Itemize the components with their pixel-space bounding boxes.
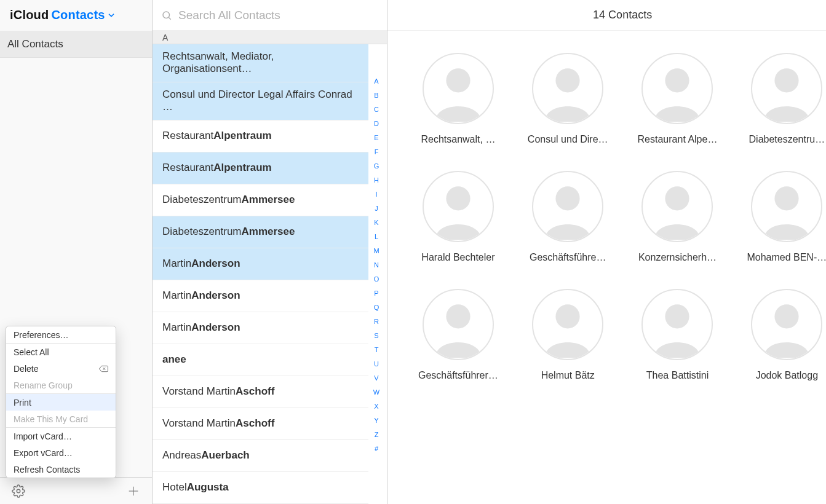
contact-card[interactable]: Restaurant Alpe… bbox=[638, 53, 718, 145]
brand-label: iCloud bbox=[10, 8, 49, 22]
contact-row-light: Hotel bbox=[162, 481, 187, 494]
alpha-index-letter[interactable]: I bbox=[375, 191, 377, 198]
contact-row[interactable]: anee bbox=[153, 344, 368, 376]
plus-icon-button[interactable] bbox=[125, 482, 142, 500]
alpha-index-letter[interactable]: # bbox=[375, 445, 378, 452]
avatar bbox=[423, 289, 494, 360]
alpha-index-letter[interactable]: J bbox=[375, 205, 378, 212]
contact-row[interactable]: Diabeteszentrum Ammersee bbox=[153, 184, 368, 216]
svg-point-10 bbox=[556, 68, 580, 92]
contact-card[interactable]: Konzernsicherh… bbox=[638, 171, 718, 263]
menu-my-card: Make This My Card bbox=[6, 411, 116, 427]
contact-row-bold: Ammersee bbox=[242, 194, 295, 206]
alpha-index-letter[interactable]: N bbox=[374, 261, 379, 269]
contact-row-bold: Augusta bbox=[187, 481, 229, 494]
contact-card[interactable]: Diabeteszentru… bbox=[747, 53, 826, 145]
contact-card[interactable]: Thea Battistini bbox=[638, 289, 718, 381]
contact-row[interactable]: Consul und Director Legal Affairs Conrad… bbox=[153, 82, 368, 120]
alpha-index-letter[interactable]: X bbox=[374, 403, 378, 410]
chevron-down-icon bbox=[107, 11, 116, 20]
menu-rename-group: Rename Group bbox=[6, 377, 116, 393]
contact-card-grid: Rechtsanwalt, …Consul und Dire…Restauran… bbox=[387, 31, 826, 403]
menu-preferences[interactable]: Preferences… bbox=[6, 326, 116, 343]
alpha-index-letter[interactable]: D bbox=[374, 120, 379, 127]
alpha-index-letter[interactable]: T bbox=[375, 346, 379, 353]
alpha-index-letter[interactable]: W bbox=[373, 388, 379, 396]
alpha-index-letter[interactable]: U bbox=[374, 360, 379, 368]
alpha-index-letter[interactable]: R bbox=[374, 318, 379, 325]
menu-select-all[interactable]: Select All bbox=[6, 344, 116, 360]
contact-row-light: Diabeteszentrum bbox=[162, 194, 242, 206]
contact-card-label: Restaurant Alpe… bbox=[638, 134, 718, 145]
svg-line-6 bbox=[169, 17, 170, 19]
detail-panel: 14 Contacts Rechtsanwalt, …Consul und Di… bbox=[387, 0, 826, 504]
alpha-index-letter[interactable]: M bbox=[373, 247, 379, 254]
svg-point-18 bbox=[556, 186, 580, 210]
search-input[interactable] bbox=[178, 9, 378, 22]
contact-card[interactable]: Consul und Dire… bbox=[528, 53, 608, 145]
svg-point-24 bbox=[446, 304, 470, 328]
contact-card[interactable]: Rechtsanwalt, … bbox=[418, 53, 498, 145]
alpha-index-letter[interactable]: A bbox=[374, 77, 378, 85]
sidebar-group-all-contacts[interactable]: All Contacts bbox=[0, 31, 152, 58]
avatar bbox=[751, 53, 822, 124]
search-bar[interactable] bbox=[153, 0, 387, 31]
alpha-index-letter[interactable]: B bbox=[374, 92, 378, 99]
contact-row[interactable]: Restaurant Alpentraum bbox=[153, 152, 368, 184]
contact-card-label: Geschäftsführe… bbox=[530, 252, 606, 263]
alpha-index-letter[interactable]: Z bbox=[375, 431, 379, 438]
menu-import-vcard[interactable]: Import vCard… bbox=[6, 428, 116, 444]
alpha-index[interactable]: ABCDEFGHIJKLMNOPQRSTUVWXYZ# bbox=[370, 44, 383, 504]
contact-row[interactable]: Martin Anderson bbox=[153, 280, 368, 312]
avatar bbox=[423, 171, 494, 242]
alpha-index-letter[interactable]: Q bbox=[374, 304, 379, 311]
contact-card[interactable]: Jodok Batlogg bbox=[747, 289, 826, 381]
menu-export-vcard[interactable]: Export vCard… bbox=[6, 444, 116, 461]
alpha-index-letter[interactable]: C bbox=[374, 106, 379, 113]
menu-refresh-contacts[interactable]: Refresh Contacts bbox=[6, 461, 116, 478]
svg-point-0 bbox=[17, 489, 20, 493]
alpha-index-letter[interactable]: O bbox=[374, 275, 379, 283]
avatar bbox=[641, 289, 713, 360]
alpha-index-letter[interactable]: V bbox=[374, 374, 378, 382]
contact-card[interactable]: Harald Bechteler bbox=[418, 171, 498, 263]
contact-card[interactable]: Geschäftsführer… bbox=[418, 289, 498, 381]
alpha-index-letter[interactable]: P bbox=[374, 289, 378, 297]
contact-card[interactable]: Helmut Bätz bbox=[528, 289, 608, 381]
menu-delete[interactable]: Delete bbox=[6, 360, 116, 377]
contact-card[interactable]: Geschäftsführe… bbox=[528, 171, 608, 263]
alpha-index-letter[interactable]: H bbox=[374, 176, 379, 184]
alpha-index-letter[interactable]: K bbox=[374, 219, 378, 226]
svg-point-26 bbox=[556, 304, 580, 328]
alpha-index-letter[interactable]: G bbox=[374, 162, 379, 170]
alpha-index-letter[interactable]: S bbox=[374, 332, 378, 339]
svg-point-14 bbox=[775, 68, 799, 92]
contact-row-bold: Anderson bbox=[191, 321, 240, 334]
contact-row[interactable]: Andreas Auerbach bbox=[153, 440, 368, 472]
menu-print[interactable]: Print bbox=[6, 394, 116, 411]
contact-row[interactable]: Martin Anderson bbox=[153, 248, 368, 280]
contact-card[interactable]: Mohamed BEN-… bbox=[747, 171, 826, 263]
alpha-index-letter[interactable]: F bbox=[375, 148, 379, 156]
contact-row[interactable]: Vorstand Martin Aschoff bbox=[153, 376, 368, 408]
contact-row[interactable]: Martin Anderson bbox=[153, 312, 368, 344]
contact-row[interactable]: Diabeteszentrum Ammersee bbox=[153, 216, 368, 248]
contact-card-label: Consul und Dire… bbox=[528, 134, 608, 145]
alpha-index-letter[interactable]: Y bbox=[374, 417, 378, 424]
contact-row-bold: Auerbach bbox=[201, 449, 249, 462]
contact-row[interactable]: Rechtsanwalt, Mediator, Organisationsent… bbox=[153, 44, 368, 82]
contact-card-label: Mohamed BEN-… bbox=[747, 252, 826, 263]
alpha-index-letter[interactable]: E bbox=[374, 134, 378, 141]
contact-row[interactable]: Restaurant Alpentraum bbox=[153, 120, 368, 152]
contact-list[interactable]: Rechtsanwalt, Mediator, Organisationsent… bbox=[153, 44, 387, 504]
alpha-index-letter[interactable]: L bbox=[375, 233, 378, 240]
contact-row[interactable]: Vorstand Martin Aschoff bbox=[153, 408, 368, 440]
gear-icon-button[interactable] bbox=[10, 482, 27, 500]
contact-card-label: Helmut Bätz bbox=[541, 370, 595, 381]
sidebar-group-label: All Contacts bbox=[7, 38, 63, 50]
contact-row[interactable]: Hotel Augusta bbox=[153, 472, 368, 504]
sidebar-header[interactable]: iCloud Contacts bbox=[0, 0, 152, 31]
avatar bbox=[532, 289, 603, 360]
contact-row-light: Martin bbox=[162, 258, 191, 270]
avatar bbox=[532, 53, 603, 124]
